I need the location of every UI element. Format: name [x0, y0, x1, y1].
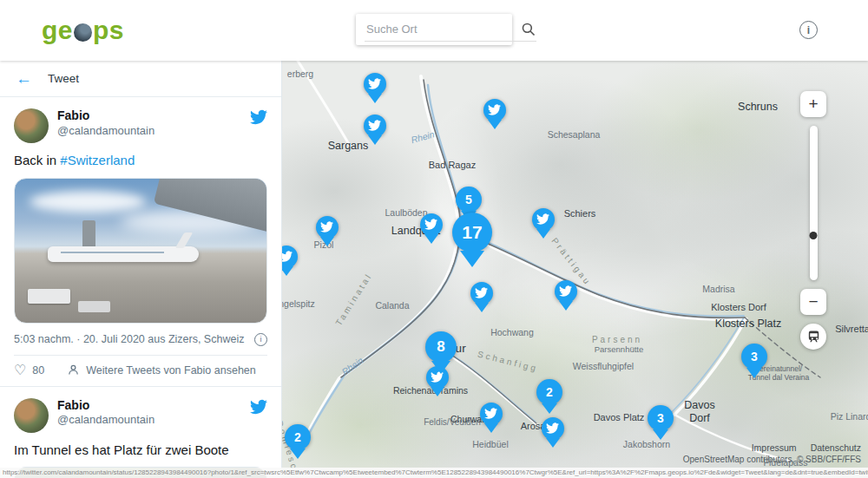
- zoom-slider[interactable]: [810, 126, 818, 280]
- tweet-author-name[interactable]: Fabio: [57, 108, 155, 124]
- tweet-pin-marker[interactable]: [555, 280, 577, 303]
- zoom-slider-handle[interactable]: [810, 232, 818, 239]
- info-button[interactable]: i: [799, 21, 818, 39]
- logo-text-ps: ps: [93, 16, 124, 45]
- tweet-pin-marker[interactable]: [480, 403, 503, 425]
- hashtag-link[interactable]: #Switzerland: [60, 153, 135, 167]
- photo-airplane: [48, 246, 199, 262]
- panel-title: Tweet: [48, 72, 79, 85]
- like-button[interactable]: ♡ 80: [14, 363, 44, 377]
- twitter-bird-icon: [546, 422, 559, 435]
- tweet-pin-marker[interactable]: [542, 417, 564, 440]
- tweet-text: Im Tunnel es hat Platz für zwei Boote: [14, 442, 267, 459]
- train-icon: [806, 330, 821, 344]
- map[interactable]: erbergSchrunsSchesaplanaRheinSargansBad …: [282, 61, 868, 478]
- tweet-pin-marker[interactable]: [316, 216, 339, 239]
- more-tweets-link[interactable]: Weitere Tweets von Fabio ansehen: [67, 363, 256, 377]
- photo-vehicle: [78, 301, 111, 312]
- tweet-panel: ← Tweet Fabio @calandamountain Back in #…: [0, 61, 282, 478]
- tweet-text: Back in #Switzerland: [14, 152, 267, 169]
- search-input[interactable]: [365, 22, 521, 36]
- train-layer-button[interactable]: [800, 324, 826, 350]
- photo-vehicle: [28, 289, 70, 304]
- map-attribution: Impressum Datenschutz OpenStreetMap cont…: [683, 442, 861, 464]
- twitter-bird-icon: [536, 213, 549, 226]
- tweet-pin-marker[interactable]: [364, 115, 386, 137]
- tweet-pin-marker[interactable]: [282, 246, 298, 268]
- tweet-info-icon[interactable]: i: [254, 333, 267, 346]
- tweet-pin-marker[interactable]: [364, 73, 386, 95]
- cluster-marker[interactable]: 17: [452, 213, 492, 252]
- tweet-card: Fabio @calandamountain Im Tunnel es hat …: [0, 387, 281, 478]
- cluster-marker[interactable]: 3: [648, 405, 674, 431]
- twitter-bird-icon: [559, 285, 572, 298]
- logo-globe-icon: [74, 23, 92, 42]
- logo-text-ge: ge: [42, 16, 73, 45]
- twitter-bird-icon: [282, 250, 293, 263]
- geops-logo[interactable]: ge ps: [42, 16, 124, 45]
- impressum-link[interactable]: Impressum: [752, 442, 797, 453]
- back-button[interactable]: ←: [16, 70, 32, 87]
- cluster-marker[interactable]: 3: [741, 344, 767, 370]
- twitter-bird-icon: [320, 220, 333, 233]
- tweet-timestamp: 5:03 nachm. · 20. Juli 2020 aus Zizers, …: [14, 333, 244, 345]
- twitter-icon[interactable]: [250, 398, 267, 419]
- tweet-pin-marker[interactable]: [483, 99, 506, 121]
- twitter-bird-icon: [484, 407, 497, 420]
- twitter-bird-icon: [424, 218, 437, 231]
- tweet-author-handle[interactable]: @calandamountain: [57, 124, 155, 138]
- cluster-marker[interactable]: 8: [425, 331, 457, 363]
- zoom-in-button[interactable]: +: [800, 91, 826, 117]
- twitter-bird-icon: [368, 77, 381, 90]
- panel-header: ← Tweet: [0, 61, 281, 97]
- twitter-bird-icon: [368, 119, 381, 132]
- map-markers-layer: 58223317: [282, 61, 868, 478]
- search-box: [356, 14, 512, 45]
- cluster-marker[interactable]: 2: [536, 379, 562, 405]
- twitter-icon[interactable]: [250, 108, 267, 129]
- more-tweets-label: Weitere Tweets von Fabio ansehen: [86, 364, 256, 377]
- tweet-text-prefix: Back in: [14, 153, 60, 167]
- like-count: 80: [32, 364, 44, 377]
- cluster-marker[interactable]: 5: [456, 187, 482, 213]
- info-icon: i: [807, 24, 810, 36]
- map-controls: + −: [799, 91, 828, 350]
- twitter-bird-icon: [488, 103, 501, 116]
- person-icon: [67, 363, 80, 377]
- photo-tower: [82, 220, 95, 248]
- tweet-card: Fabio @calandamountain Back in #Switzerl…: [0, 97, 281, 387]
- datenschutz-link[interactable]: Datenschutz: [811, 442, 861, 453]
- app-header: ge ps i: [0, 0, 868, 61]
- copyright-text: OpenStreetMap contributors, © SBB/CFF/FF…: [683, 455, 861, 464]
- twitter-bird-icon: [475, 286, 488, 299]
- avatar[interactable]: [14, 108, 49, 143]
- tweet-author-handle[interactable]: @calandamountain: [57, 413, 155, 427]
- zoom-out-button[interactable]: −: [800, 289, 826, 315]
- tweet-photo[interactable]: [14, 178, 267, 324]
- link-preview-statusbar: https://twitter.com/calandamountain/stat…: [0, 468, 868, 478]
- search-icon[interactable]: [521, 22, 536, 37]
- tweet-author-name[interactable]: Fabio: [57, 398, 155, 414]
- avatar[interactable]: [14, 398, 49, 433]
- photo-cloud: [30, 191, 145, 213]
- heart-icon: ♡: [14, 363, 26, 377]
- cluster-marker[interactable]: 2: [285, 424, 311, 450]
- tweet-pin-marker[interactable]: [470, 282, 493, 304]
- tweet-pin-marker[interactable]: [420, 213, 443, 236]
- tweet-pin-marker[interactable]: [532, 208, 555, 231]
